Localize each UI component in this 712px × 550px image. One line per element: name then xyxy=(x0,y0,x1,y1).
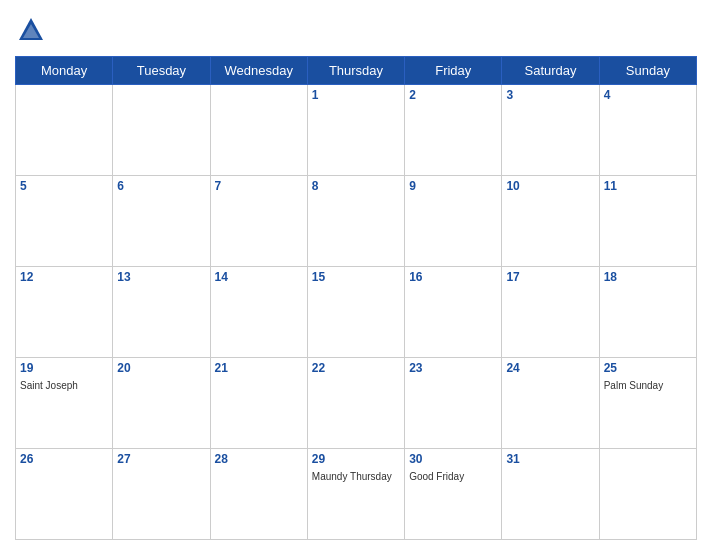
day-number: 3 xyxy=(506,88,594,102)
calendar-cell: 22 xyxy=(307,358,404,449)
day-number: 23 xyxy=(409,361,497,375)
calendar-cell: 14 xyxy=(210,267,307,358)
day-number: 2 xyxy=(409,88,497,102)
day-number: 19 xyxy=(20,361,108,375)
day-number: 15 xyxy=(312,270,400,284)
day-number: 26 xyxy=(20,452,108,466)
calendar-cell xyxy=(113,85,210,176)
day-number: 12 xyxy=(20,270,108,284)
day-number: 21 xyxy=(215,361,303,375)
calendar-cell: 17 xyxy=(502,267,599,358)
calendar-cell: 10 xyxy=(502,176,599,267)
day-number: 10 xyxy=(506,179,594,193)
calendar-cell: 3 xyxy=(502,85,599,176)
calendar-cell: 7 xyxy=(210,176,307,267)
calendar-cell: 8 xyxy=(307,176,404,267)
calendar-cell: 18 xyxy=(599,267,696,358)
calendar-cell: 21 xyxy=(210,358,307,449)
calendar-cell: 4 xyxy=(599,85,696,176)
week-row-4: 19Saint Joseph202122232425Palm Sunday xyxy=(16,358,697,449)
week-row-1: 1234 xyxy=(16,85,697,176)
calendar-cell: 30Good Friday xyxy=(405,449,502,540)
calendar-cell: 9 xyxy=(405,176,502,267)
day-number: 31 xyxy=(506,452,594,466)
day-number: 20 xyxy=(117,361,205,375)
calendar-cell: 6 xyxy=(113,176,210,267)
calendar-cell: 29Maundy Thursday xyxy=(307,449,404,540)
day-number: 13 xyxy=(117,270,205,284)
weekday-header-row: MondayTuesdayWednesdayThursdayFridaySatu… xyxy=(16,57,697,85)
weekday-header-sunday: Sunday xyxy=(599,57,696,85)
weekday-header-saturday: Saturday xyxy=(502,57,599,85)
day-number: 27 xyxy=(117,452,205,466)
calendar-cell xyxy=(210,85,307,176)
day-number: 1 xyxy=(312,88,400,102)
weekday-header-wednesday: Wednesday xyxy=(210,57,307,85)
holiday-label: Palm Sunday xyxy=(604,380,663,391)
calendar-cell: 20 xyxy=(113,358,210,449)
calendar-cell: 13 xyxy=(113,267,210,358)
logo xyxy=(15,14,51,46)
calendar-cell: 2 xyxy=(405,85,502,176)
calendar-cell: 26 xyxy=(16,449,113,540)
holiday-label: Saint Joseph xyxy=(20,380,78,391)
week-row-2: 567891011 xyxy=(16,176,697,267)
week-row-3: 12131415161718 xyxy=(16,267,697,358)
day-number: 4 xyxy=(604,88,692,102)
calendar-cell: 24 xyxy=(502,358,599,449)
day-number: 6 xyxy=(117,179,205,193)
day-number: 17 xyxy=(506,270,594,284)
logo-icon xyxy=(15,14,47,46)
day-number: 9 xyxy=(409,179,497,193)
calendar-cell: 5 xyxy=(16,176,113,267)
calendar-cell: 16 xyxy=(405,267,502,358)
week-row-5: 26272829Maundy Thursday30Good Friday31 xyxy=(16,449,697,540)
holiday-label: Good Friday xyxy=(409,471,464,482)
weekday-header-monday: Monday xyxy=(16,57,113,85)
calendar-cell: 11 xyxy=(599,176,696,267)
weekday-header-friday: Friday xyxy=(405,57,502,85)
calendar-cell: 12 xyxy=(16,267,113,358)
calendar-cell: 15 xyxy=(307,267,404,358)
holiday-label: Maundy Thursday xyxy=(312,471,392,482)
calendar-cell xyxy=(16,85,113,176)
calendar-cell: 25Palm Sunday xyxy=(599,358,696,449)
day-number: 29 xyxy=(312,452,400,466)
weekday-header-tuesday: Tuesday xyxy=(113,57,210,85)
day-number: 30 xyxy=(409,452,497,466)
day-number: 5 xyxy=(20,179,108,193)
day-number: 22 xyxy=(312,361,400,375)
calendar-cell xyxy=(599,449,696,540)
day-number: 14 xyxy=(215,270,303,284)
calendar-header xyxy=(15,10,697,50)
day-number: 24 xyxy=(506,361,594,375)
calendar-cell: 31 xyxy=(502,449,599,540)
weekday-header-thursday: Thursday xyxy=(307,57,404,85)
day-number: 11 xyxy=(604,179,692,193)
main-container: MondayTuesdayWednesdayThursdayFridaySatu… xyxy=(0,0,712,550)
day-number: 28 xyxy=(215,452,303,466)
calendar-cell: 28 xyxy=(210,449,307,540)
day-number: 8 xyxy=(312,179,400,193)
calendar-cell: 1 xyxy=(307,85,404,176)
day-number: 25 xyxy=(604,361,692,375)
day-number: 18 xyxy=(604,270,692,284)
calendar-table: MondayTuesdayWednesdayThursdayFridaySatu… xyxy=(15,56,697,540)
day-number: 16 xyxy=(409,270,497,284)
calendar-cell: 23 xyxy=(405,358,502,449)
day-number: 7 xyxy=(215,179,303,193)
calendar-cell: 19Saint Joseph xyxy=(16,358,113,449)
calendar-cell: 27 xyxy=(113,449,210,540)
